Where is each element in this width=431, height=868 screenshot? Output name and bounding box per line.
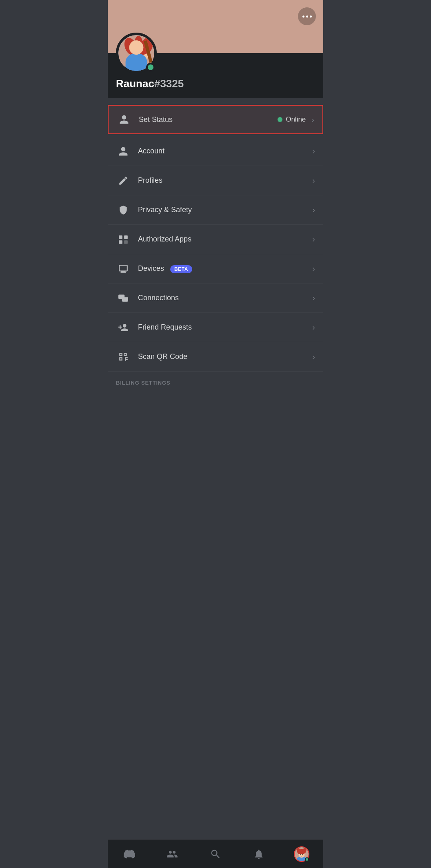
- chevron-right-icon: ›: [312, 235, 315, 244]
- privacy-safety-label: Privacy & Safety: [138, 206, 310, 214]
- chevron-right-icon: ›: [312, 205, 315, 215]
- person-add-icon: [118, 322, 129, 333]
- set-status-icon: [117, 112, 131, 127]
- authorized-apps-item[interactable]: Authorized Apps ›: [108, 225, 323, 254]
- username: Raunac#3325: [116, 78, 315, 90]
- more-options-button[interactable]: [298, 7, 316, 25]
- profiles-icon: [116, 173, 131, 188]
- status-text: Online: [286, 115, 306, 124]
- app-icon: [118, 234, 129, 245]
- scan-qr-item[interactable]: Scan QR Code ›: [108, 342, 323, 372]
- friend-requests-icon: [116, 320, 131, 335]
- set-status-item[interactable]: Set Status Online ›: [108, 105, 323, 134]
- chevron-right-icon: ›: [312, 352, 315, 361]
- privacy-safety-icon: [116, 203, 131, 217]
- friend-requests-item[interactable]: Friend Requests ›: [108, 313, 323, 342]
- scan-qr-icon: [116, 350, 131, 364]
- chevron-right-icon: ›: [312, 264, 315, 273]
- svg-rect-12: [119, 240, 122, 244]
- devices-icon: [116, 261, 131, 276]
- svg-rect-15: [122, 297, 128, 301]
- connections-item[interactable]: Connections ›: [108, 283, 323, 313]
- profiles-label: Profiles: [138, 176, 310, 185]
- shield-icon: [118, 205, 129, 215]
- devices-item[interactable]: Devices BETA ›: [108, 254, 323, 283]
- authorized-apps-icon: [116, 232, 131, 247]
- status-dot: [278, 117, 282, 122]
- beta-badge: BETA: [170, 265, 192, 273]
- pencil-icon: [118, 175, 129, 186]
- chevron-right-icon: ›: [312, 146, 315, 156]
- privacy-safety-item[interactable]: Privacy & Safety ›: [108, 195, 323, 225]
- svg-point-7: [135, 55, 137, 58]
- svg-rect-13: [124, 240, 128, 244]
- settings-list: Set Status Online › Account ›: [108, 98, 323, 395]
- svg-point-8: [140, 55, 143, 58]
- account-item[interactable]: Account ›: [108, 137, 323, 166]
- more-dots-icon: [302, 16, 312, 18]
- devices-label: Devices BETA: [138, 264, 310, 273]
- person-icon: [118, 146, 129, 157]
- chevron-right-icon: ›: [312, 176, 315, 185]
- page-content: Raunac#3325 Set Status Online ›: [108, 0, 323, 427]
- chevron-right-icon: ›: [311, 115, 314, 124]
- profile-info: Raunac#3325: [108, 53, 323, 98]
- profiles-item[interactable]: Profiles ›: [108, 166, 323, 195]
- connections-icon: [116, 291, 131, 306]
- connections-label: Connections: [138, 294, 310, 302]
- set-status-right: Online ›: [278, 115, 314, 124]
- account-icon: [116, 144, 131, 159]
- set-status-label: Set Status: [139, 115, 278, 124]
- billing-settings-label: BILLING SETTINGS: [108, 372, 323, 391]
- svg-rect-11: [124, 235, 128, 239]
- scan-qr-label: Scan QR Code: [138, 352, 310, 361]
- avatar-status-dot: [146, 63, 155, 72]
- monitor-icon: [118, 264, 129, 274]
- person-status-icon: [119, 114, 129, 125]
- chevron-right-icon: ›: [312, 323, 315, 332]
- qr-code-icon: [118, 352, 129, 362]
- svg-rect-10: [119, 235, 122, 239]
- authorized-apps-label: Authorized Apps: [138, 235, 310, 244]
- avatar-wrapper: [116, 33, 157, 73]
- friend-requests-label: Friend Requests: [138, 323, 310, 332]
- status-indicator: Online: [278, 115, 306, 124]
- chevron-right-icon: ›: [312, 293, 315, 303]
- account-label: Account: [138, 147, 310, 155]
- link-icon: [118, 293, 129, 303]
